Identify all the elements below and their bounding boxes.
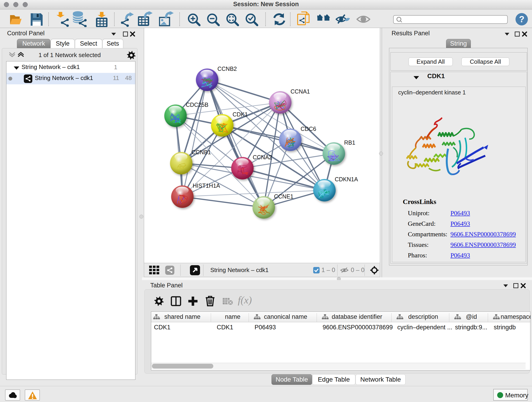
svg-text:CCNB2: CCNB2: [217, 65, 237, 72]
svg-text:RB1: RB1: [344, 139, 355, 146]
svg-text:CDK1: CDK1: [233, 111, 248, 118]
svg-text:CCNB1: CCNB1: [191, 149, 211, 155]
svg-text:HIST1H1A: HIST1H1A: [193, 182, 220, 189]
svg-text:CCNA1: CCNA1: [291, 88, 310, 95]
svg-text:?: ?: [519, 14, 524, 24]
svg-text:CDC6: CDC6: [301, 126, 316, 132]
svg-text:CCNE1: CCNE1: [274, 193, 293, 200]
svg-text:CDKN1A: CDKN1A: [335, 176, 358, 182]
svg-text:CCNA2: CCNA2: [253, 154, 272, 160]
svg-text:CDC25B: CDC25B: [186, 102, 209, 108]
